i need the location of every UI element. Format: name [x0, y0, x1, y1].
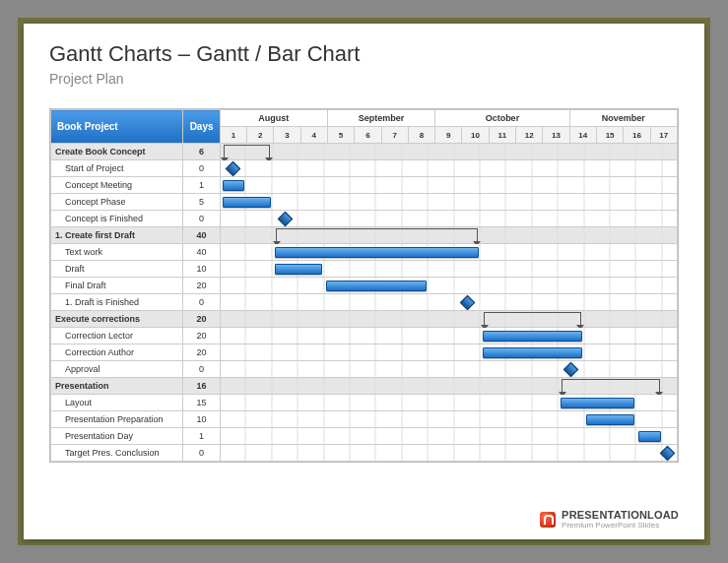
task-row: Target Pres. Conclusion0	[51, 445, 678, 462]
gantt-bar	[326, 281, 427, 291]
week-header: 2	[247, 127, 274, 144]
gantt-bar	[223, 180, 244, 191]
week-header: 11	[489, 127, 515, 144]
task-days: 0	[183, 445, 220, 462]
page-subtitle: Project Plan	[49, 71, 679, 87]
week-header: 5	[327, 127, 354, 144]
task-days: 0	[183, 294, 220, 311]
gantt-row-track	[220, 378, 677, 395]
task-row: Presentation Day1	[51, 428, 678, 445]
task-days: 40	[183, 227, 220, 244]
gantt-row-track	[220, 445, 677, 462]
task-name: Correction Lector	[51, 328, 183, 344]
task-row: Approval0	[51, 361, 678, 378]
gantt-chart: Book ProjectDaysAugustSeptemberOctoberNo…	[49, 108, 679, 463]
task-name: 1. Draft is Finished	[51, 294, 183, 311]
week-header: 17	[650, 127, 677, 144]
gantt-row-track	[220, 328, 677, 344]
week-header: 6	[355, 127, 381, 144]
phase-bracket	[276, 228, 478, 242]
milestone-icon	[563, 362, 579, 378]
task-name: Concept Phase	[51, 194, 183, 211]
month-header: August	[220, 110, 327, 127]
task-name: Final Draft	[51, 278, 183, 294]
page-title: Gantt Charts – Gantt / Bar Chart	[49, 41, 679, 67]
gantt-row-track	[220, 428, 677, 445]
week-header: 4	[300, 127, 327, 144]
month-header: September	[327, 110, 434, 127]
week-header: 10	[462, 127, 489, 144]
task-days: 5	[183, 194, 220, 211]
col-header-task: Book Project	[51, 110, 183, 144]
gantt-row-track	[220, 361, 677, 378]
task-days: 0	[183, 211, 220, 227]
task-name: Layout	[51, 395, 183, 411]
gantt-row-track	[220, 261, 677, 278]
task-name: Text work	[51, 244, 183, 261]
footer: PRESENTATIONLOAD Premium PowerPoint Slid…	[540, 509, 679, 530]
gantt-bar	[275, 247, 479, 258]
gantt-row-track	[220, 411, 677, 428]
gantt-row-track	[220, 278, 677, 294]
task-name: Presentation	[51, 378, 183, 395]
milestone-icon	[660, 446, 676, 462]
task-days: 10	[183, 261, 220, 278]
milestone-icon	[459, 295, 475, 311]
task-name: Concept Meeting	[51, 177, 183, 194]
gantt-row-track	[220, 395, 677, 411]
phase-row: Presentation16	[51, 378, 678, 395]
task-name: Presentation Day	[51, 428, 183, 445]
task-days: 0	[183, 361, 220, 378]
month-header: November	[569, 110, 677, 127]
phase-row: Execute corrections20	[51, 311, 678, 328]
gantt-row-track	[220, 177, 677, 194]
gantt-bar	[561, 398, 634, 408]
task-row: Concept is Finished0	[51, 211, 678, 227]
phase-row: Create Book Concept6	[51, 144, 678, 160]
gantt-row-track	[220, 344, 677, 361]
task-row: 1. Draft is Finished0	[51, 294, 678, 311]
task-days: 20	[183, 311, 220, 328]
phase-bracket	[562, 379, 660, 393]
task-days: 15	[183, 395, 220, 411]
presentationload-logo-icon	[540, 512, 556, 528]
task-days: 20	[183, 328, 220, 344]
week-header: 12	[516, 127, 543, 144]
week-header: 13	[543, 127, 569, 144]
task-row: Start of Project0	[51, 160, 678, 177]
gantt-row-track	[220, 211, 677, 227]
task-name: 1. Create first Draft	[51, 227, 183, 244]
gantt-bar	[483, 331, 583, 342]
task-days: 1	[183, 428, 220, 445]
week-header: 14	[569, 127, 596, 144]
gantt-bar	[223, 197, 271, 208]
task-days: 40	[183, 244, 220, 261]
task-row: Presentation Preparation10	[51, 411, 678, 428]
gantt-bar	[638, 431, 660, 442]
gantt-bar	[483, 347, 583, 358]
milestone-icon	[277, 212, 293, 227]
task-name: Execute corrections	[51, 311, 183, 328]
month-header: October	[435, 110, 570, 127]
task-days: 20	[183, 278, 220, 294]
task-name: Create Book Concept	[51, 144, 183, 160]
footer-brand: PRESENTATIONLOAD	[562, 509, 679, 521]
gantt-table: Book ProjectDaysAugustSeptemberOctoberNo…	[50, 109, 678, 462]
phase-bracket	[224, 145, 270, 158]
task-days: 10	[183, 411, 220, 428]
gantt-row-track	[220, 311, 677, 328]
task-row: Concept Phase5	[51, 194, 678, 211]
task-row: Correction Lector20	[51, 328, 678, 344]
gantt-row-track	[220, 144, 677, 160]
task-name: Concept is Finished	[51, 211, 183, 227]
task-name: Correction Author	[51, 344, 183, 361]
task-row: Concept Meeting1	[51, 177, 678, 194]
week-header: 15	[596, 127, 623, 144]
gantt-row-track	[220, 194, 677, 211]
task-days: 20	[183, 344, 220, 361]
task-days: 6	[183, 144, 220, 160]
task-days: 0	[183, 160, 220, 177]
gantt-bar	[275, 264, 323, 275]
task-row: Correction Author20	[51, 344, 678, 361]
phase-bracket	[484, 312, 582, 326]
